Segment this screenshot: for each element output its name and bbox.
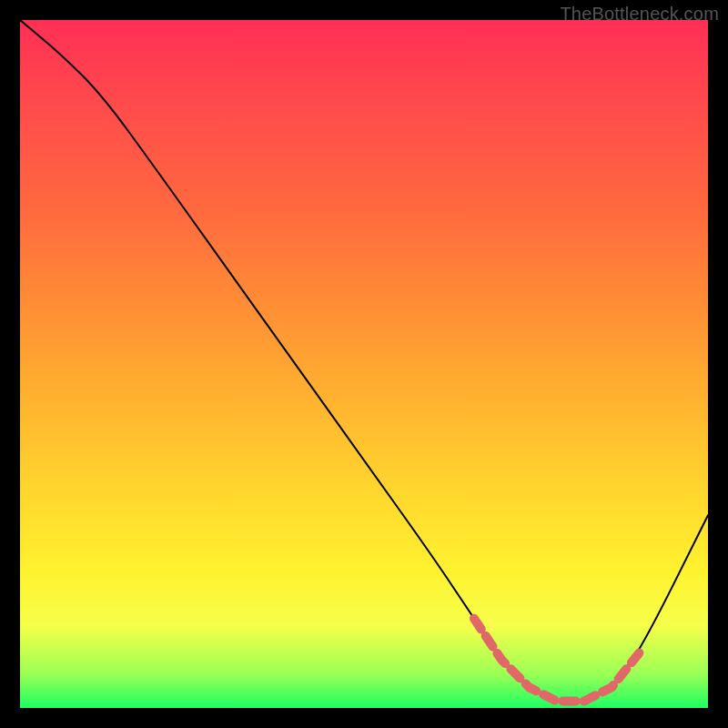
optimal-range-highlight <box>474 619 639 702</box>
gradient-plot-area <box>20 20 708 708</box>
watermark-text: TheBottleneck.com <box>560 4 719 25</box>
chart-frame: TheBottleneck.com <box>0 0 728 728</box>
curve-path <box>20 20 708 701</box>
bottleneck-curve <box>20 20 708 708</box>
